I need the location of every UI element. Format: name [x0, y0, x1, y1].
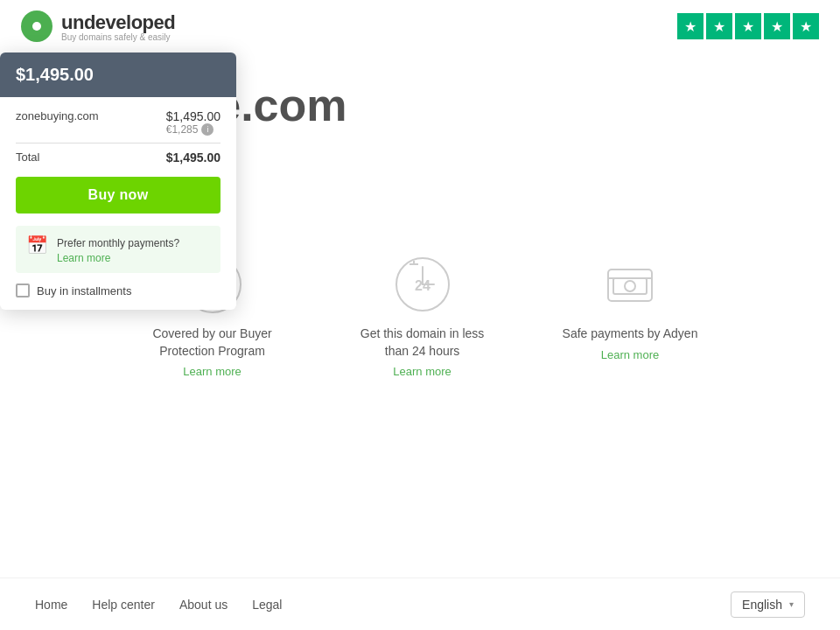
total-row: Total $1,495.00: [16, 150, 220, 164]
domain-title-part2: .com: [241, 80, 346, 130]
installments-checkbox[interactable]: [16, 284, 30, 298]
logo-dot: [32, 22, 41, 31]
buy-now-button[interactable]: Buy now: [16, 177, 220, 214]
trust-star-2: ★: [706, 13, 732, 39]
trust-star-1: ★: [677, 13, 704, 39]
logo-area: undeveloped Buy domains safely & easily: [21, 10, 175, 42]
trust-star-3: ★: [735, 13, 761, 39]
language-value: English: [742, 598, 782, 612]
price-column: $1,495.00 €1,285 i: [166, 109, 220, 136]
logo-tagline: Buy domains safely & easily: [61, 32, 175, 42]
price-divider: [16, 143, 220, 144]
domain-price-row: zonebuying.com $1,495.00 €1,285 i: [16, 109, 220, 136]
purchase-popup: $1,495.00 zonebuying.com $1,495.00 €1,28…: [0, 52, 236, 310]
installments-row: Buy in installments: [16, 284, 220, 298]
footer-legal-link[interactable]: Legal: [252, 598, 282, 612]
logo-circle: [21, 10, 52, 42]
monthly-learn-more-link[interactable]: Learn more: [57, 252, 179, 264]
header: undeveloped Buy domains safely & easily …: [0, 0, 840, 52]
feature-safe-payments-link[interactable]: Learn more: [601, 348, 659, 361]
main-content: me.com $1,495.00 zonebuying.com $1,495.0…: [0, 52, 840, 595]
footer-links: Home Help center About us Legal: [35, 598, 282, 612]
footer: Home Help center About us Legal English …: [0, 578, 840, 630]
feature-safe-payments-title: Safe payments by Adyen: [563, 326, 698, 343]
total-label: Total: [16, 150, 39, 164]
logo-name: undeveloped: [61, 11, 175, 34]
monthly-content: Prefer monthly payments? Learn more: [57, 234, 179, 264]
footer-home-link[interactable]: Home: [35, 598, 67, 612]
svg-rect-4: [608, 270, 652, 301]
monthly-text: Prefer monthly payments?: [57, 237, 179, 249]
trustpilot-logo: ★ ★ ★ ★ ★: [677, 13, 819, 39]
eur-info-icon[interactable]: i: [201, 123, 214, 136]
feature-safe-payments: Safe payments by Adyen Learn more: [563, 254, 698, 378]
price-eur: €1,285 i: [166, 123, 220, 136]
feature-buyer-protection-link[interactable]: Learn more: [183, 365, 241, 378]
installments-label: Buy in installments: [37, 284, 131, 298]
24hours-icon: 24: [392, 254, 453, 315]
eur-value: €1,285: [166, 123, 199, 136]
trust-star-4: ★: [764, 13, 790, 39]
language-arrow-icon: ▾: [789, 599, 794, 609]
domain-name-label: zonebuying.com: [16, 109, 99, 122]
footer-help-center-link[interactable]: Help center: [92, 598, 155, 612]
popup-price-value: $1,495.00: [16, 65, 94, 84]
feature-24hours-title: Get this domain in less than 24 hours: [353, 326, 493, 360]
feature-24hours: 24 Get this domain in less than 24 hours…: [353, 254, 493, 378]
logo-text: undeveloped Buy domains safely & easily: [61, 11, 175, 42]
price-usd: $1,495.00: [166, 109, 220, 123]
svg-point-6: [625, 281, 635, 291]
calendar-icon: 📅: [26, 234, 48, 256]
popup-price-header: $1,495.00: [0, 52, 236, 97]
feature-24hours-link[interactable]: Learn more: [393, 365, 451, 378]
monthly-payments-section: 📅 Prefer monthly payments? Learn more: [16, 226, 220, 273]
footer-about-us-link[interactable]: About us: [179, 598, 228, 612]
trust-star-5: ★: [793, 13, 819, 39]
safe-payments-icon: [599, 254, 661, 315]
total-price: $1,495.00: [166, 150, 220, 164]
language-selector[interactable]: English ▾: [731, 592, 805, 618]
feature-buyer-protection-title: Covered by our Buyer Protection Program: [143, 326, 283, 360]
popup-body: zonebuying.com $1,495.00 €1,285 i Total …: [0, 97, 236, 310]
